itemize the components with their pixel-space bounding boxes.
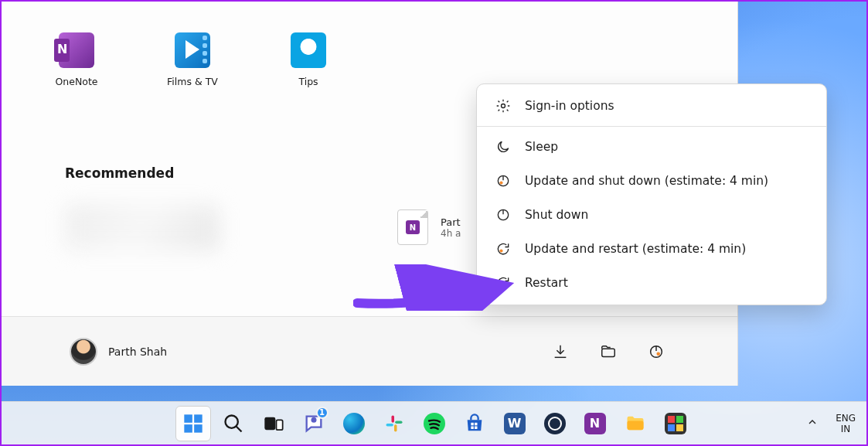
taskbar-chat-button[interactable]: 1 [296, 406, 332, 441]
edge-icon [343, 413, 365, 434]
windows-icon [182, 413, 204, 434]
moon-icon [495, 139, 511, 155]
menu-label: Restart [525, 276, 568, 290]
taskview-icon [263, 413, 284, 434]
document-icon: N [397, 209, 428, 245]
svg-point-2 [656, 352, 660, 356]
taskbar-start-button[interactable] [175, 406, 211, 441]
taskbar-1password-button[interactable] [537, 406, 573, 441]
svg-rect-23 [475, 426, 478, 429]
spotify-icon [424, 413, 445, 434]
taskbar-taskview-button[interactable] [256, 406, 291, 441]
svg-rect-13 [264, 417, 275, 429]
svg-rect-20 [471, 422, 474, 425]
recommended-heading: Recommended [65, 165, 174, 181]
documents-button[interactable] [595, 339, 621, 365]
pinned-apps-row: OneNote Films & TV Tips [42, 32, 343, 87]
notification-badge: 1 [316, 407, 328, 419]
taskbar-onenote-button[interactable]: N [577, 406, 613, 441]
tips-icon [291, 32, 326, 68]
menu-label: Sign-in options [525, 99, 614, 113]
powertoys-icon [665, 413, 686, 434]
taskbar-center: 1 W [175, 406, 693, 441]
power-icon [648, 343, 665, 360]
recommended-item-text: Part 4h a [441, 216, 461, 239]
menu-separator [477, 126, 826, 127]
restart-update-icon [495, 241, 511, 257]
svg-rect-16 [391, 415, 394, 422]
restart-icon [495, 275, 511, 291]
onepassword-icon [544, 413, 566, 434]
recommended-item-title: Part [441, 216, 461, 228]
svg-rect-9 [194, 414, 202, 423]
svg-rect-17 [386, 424, 393, 427]
pinned-app-onenote[interactable]: OneNote [42, 32, 111, 87]
taskbar-right: ENG IN [806, 413, 856, 434]
language-line2: IN [836, 424, 856, 434]
menu-label: Update and restart (estimate: 4 min) [525, 242, 746, 256]
power-menu-update-shutdown[interactable]: Update and shut down (estimate: 4 min) [477, 164, 826, 198]
svg-rect-19 [395, 420, 402, 424]
user-name: Parth Shah [108, 346, 167, 358]
chevron-up-icon [806, 416, 819, 428]
svg-rect-22 [471, 426, 474, 429]
power-menu-sleep[interactable]: Sleep [477, 130, 826, 164]
svg-rect-14 [276, 420, 282, 430]
taskbar-word-button[interactable]: W [497, 406, 533, 441]
download-icon [552, 343, 569, 360]
pinned-app-label: OneNote [55, 76, 97, 87]
menu-label: Sleep [525, 140, 558, 154]
taskbar-store-button[interactable] [457, 406, 492, 441]
downloads-button[interactable] [547, 339, 574, 365]
svg-point-5 [499, 181, 502, 184]
footer-actions [547, 339, 669, 365]
svg-point-3 [502, 104, 505, 108]
recommended-item-subtitle: 4h a [441, 228, 461, 239]
word-icon: W [504, 413, 526, 434]
pinned-app-films-tv[interactable]: Films & TV [158, 32, 227, 87]
power-menu-restart[interactable]: Restart [477, 266, 826, 300]
language-line1: ENG [836, 413, 856, 424]
svg-rect-24 [627, 420, 643, 430]
taskbar-edge-button[interactable] [336, 406, 372, 441]
taskbar-slack-button[interactable] [376, 406, 412, 441]
onenote-badge-icon: N [406, 220, 420, 234]
recommended-item-blurred[interactable] [65, 196, 258, 258]
svg-point-15 [311, 417, 316, 422]
svg-rect-0 [602, 349, 615, 356]
search-icon [223, 413, 244, 434]
taskbar-powertoys-button[interactable] [658, 406, 693, 441]
taskbar-language-indicator[interactable]: ENG IN [836, 413, 856, 434]
power-icon [495, 207, 511, 223]
power-menu-signin-options[interactable]: Sign-in options [477, 89, 826, 123]
file-explorer-icon [625, 413, 646, 434]
taskbar-file-explorer-button[interactable] [618, 406, 653, 441]
power-menu-update-restart[interactable]: Update and restart (estimate: 4 min) [477, 232, 826, 266]
folder-icon [600, 343, 617, 360]
svg-point-12 [225, 415, 237, 427]
svg-rect-18 [394, 424, 397, 431]
blurred-content [65, 204, 220, 250]
pinned-app-label: Tips [298, 76, 318, 87]
store-icon [464, 413, 485, 434]
svg-rect-8 [184, 414, 192, 423]
slack-icon [383, 413, 405, 434]
onenote-icon: N [584, 413, 606, 434]
pinned-app-label: Films & TV [167, 76, 218, 87]
power-button[interactable] [643, 339, 669, 365]
menu-label: Update and shut down (estimate: 4 min) [525, 174, 768, 188]
onenote-icon [59, 32, 94, 68]
taskbar-overflow-button[interactable] [806, 416, 819, 431]
taskbar: 1 W [2, 401, 866, 444]
power-update-icon [495, 173, 511, 189]
taskbar-search-button[interactable] [216, 406, 251, 441]
user-profile-button[interactable]: Parth Shah [70, 338, 167, 366]
svg-rect-21 [475, 422, 478, 425]
gear-icon [495, 98, 511, 114]
taskbar-spotify-button[interactable] [417, 406, 452, 441]
power-menu-shutdown[interactable]: Shut down [477, 198, 826, 232]
pinned-app-tips[interactable]: Tips [274, 32, 343, 87]
avatar [70, 338, 97, 366]
start-menu-footer: Parth Shah [2, 316, 737, 386]
svg-rect-11 [194, 424, 202, 433]
